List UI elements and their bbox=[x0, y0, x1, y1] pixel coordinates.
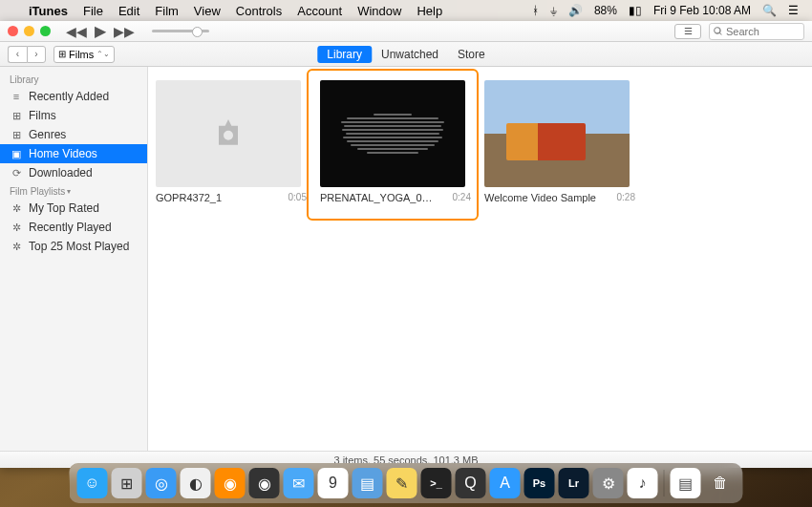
dock-terminal[interactable]: >_ bbox=[421, 468, 452, 498]
video-item[interactable]: GOPR4372_10:05 bbox=[156, 80, 307, 203]
system-menubar: iTunes File Edit Film View Controls Acco… bbox=[0, 0, 812, 21]
sidebar-header-playlists: Film Playlists ▾ bbox=[0, 182, 147, 199]
sidebar-item-genres[interactable]: ⊞Genres bbox=[0, 125, 147, 144]
menu-file[interactable]: File bbox=[75, 4, 111, 18]
rewind-button[interactable]: ◀◀ bbox=[64, 24, 89, 39]
battery-icon[interactable]: ▮▯ bbox=[623, 4, 648, 17]
sidebar-header-library: Library bbox=[0, 71, 147, 87]
minimize-button[interactable] bbox=[24, 26, 34, 36]
dock-firefox[interactable]: ◉ bbox=[215, 468, 246, 498]
sidebar-item-recently-played[interactable]: ✲Recently Played bbox=[0, 218, 147, 237]
sidebar-item-label: Recently Added bbox=[29, 90, 109, 103]
dock-preview[interactable]: ▤ bbox=[353, 468, 383, 498]
sidebar-item-recently-added[interactable]: ≡Recently Added bbox=[0, 87, 147, 106]
video-thumbnail[interactable] bbox=[320, 80, 465, 187]
dock-notes[interactable]: ✎ bbox=[387, 468, 417, 498]
dock-safari[interactable]: ◎ bbox=[146, 468, 177, 498]
clock[interactable]: Fri 9 Feb 10:08 AM bbox=[648, 4, 757, 17]
menu-view[interactable]: View bbox=[186, 4, 228, 18]
gear-icon: ✲ bbox=[10, 202, 23, 215]
battery-percent: 88% bbox=[588, 4, 623, 17]
dock-divider bbox=[664, 470, 665, 496]
menu-film[interactable]: Film bbox=[147, 4, 186, 18]
window-titlebar: ◀◀ ▶ ▶▶ ☰ bbox=[0, 21, 812, 42]
dock-calendar[interactable]: 9 bbox=[318, 468, 349, 498]
sidebar-item-my-top-rated[interactable]: ✲My Top Rated bbox=[0, 199, 147, 218]
sidebar-item-top-25-most-played[interactable]: ✲Top 25 Most Played bbox=[0, 237, 147, 256]
video-duration: 0:05 bbox=[288, 192, 307, 202]
window-traffic-lights bbox=[8, 26, 51, 36]
toolbar: ‹ › ⊞ Films ⌃⌄ Library Unwatched Store bbox=[0, 42, 812, 67]
dock-lightroom[interactable]: Lr bbox=[559, 468, 589, 498]
zoom-button[interactable] bbox=[40, 26, 51, 36]
dock-chrome[interactable]: ◐ bbox=[181, 468, 211, 498]
gear-icon: ✲ bbox=[10, 222, 23, 234]
sidebar-item-label: Home Videos bbox=[29, 147, 97, 160]
sidebar-item-label: Downloaded bbox=[29, 166, 93, 180]
video-title: GOPR4372_1 bbox=[156, 192, 222, 203]
dock-camera[interactable]: ◉ bbox=[249, 468, 280, 498]
sidebar-item-films[interactable]: ⊞Films bbox=[0, 106, 147, 125]
chevron-down-icon: ▾ bbox=[67, 187, 71, 196]
sidebar-item-label: Genres bbox=[29, 128, 66, 141]
close-button[interactable] bbox=[8, 26, 18, 36]
playback-controls: ◀◀ ▶ ▶▶ bbox=[64, 22, 137, 40]
tab-library[interactable]: Library bbox=[317, 46, 372, 63]
play-button[interactable]: ▶ bbox=[93, 22, 108, 40]
sidebar-item-label: Top 25 Most Played bbox=[29, 240, 129, 253]
menu-account[interactable]: Account bbox=[289, 4, 350, 18]
search-field[interactable] bbox=[709, 23, 804, 40]
volume-icon[interactable]: 🔊 bbox=[563, 4, 588, 17]
tab-unwatched[interactable]: Unwatched bbox=[372, 46, 448, 63]
dock-itunes[interactable]: ♪ bbox=[628, 468, 658, 498]
spotlight-icon[interactable]: 🔍 bbox=[757, 4, 782, 17]
sidebar-item-home-videos[interactable]: ▣Home Videos bbox=[0, 144, 147, 163]
dock-quicktime[interactable]: Q bbox=[456, 468, 486, 498]
video-thumbnail[interactable] bbox=[156, 80, 301, 187]
video-item[interactable]: PRENATAL_YOGA_01_Title_010:24 bbox=[320, 80, 471, 203]
dock-document[interactable]: ▤ bbox=[671, 468, 701, 498]
dock-photoshop[interactable]: Ps bbox=[524, 468, 555, 498]
sidebar-item-label: My Top Rated bbox=[29, 201, 99, 215]
dock-finder[interactable]: ☺ bbox=[77, 468, 108, 498]
video-thumbnail[interactable] bbox=[484, 80, 630, 187]
dock-launchpad[interactable]: ⊞ bbox=[112, 468, 142, 498]
sidebar-item-icon: ▣ bbox=[10, 148, 23, 160]
chevron-updown-icon: ⌃⌄ bbox=[96, 50, 110, 58]
wifi-icon[interactable]: ⏚ bbox=[545, 4, 563, 17]
sidebar-item-icon: ≡ bbox=[10, 91, 23, 102]
dock: ☺⊞◎◐◉◉✉9▤✎>_QAPsLr⚙♪▤🗑 bbox=[70, 463, 743, 503]
back-button[interactable]: ‹ bbox=[8, 46, 27, 63]
tab-store[interactable]: Store bbox=[448, 46, 495, 63]
menu-extras-icon[interactable]: ☰ bbox=[782, 4, 804, 17]
video-title: Welcome Video Sample bbox=[484, 192, 596, 203]
dock-trash[interactable]: 🗑 bbox=[705, 468, 736, 498]
menu-edit[interactable]: Edit bbox=[111, 4, 147, 18]
app-menu[interactable]: iTunes bbox=[21, 4, 75, 18]
film-icon: ⊞ bbox=[58, 49, 66, 59]
video-item[interactable]: Welcome Video Sample0:28 bbox=[484, 80, 635, 203]
content-grid: GOPR4372_10:05PRENATAL_YOGA_01_Title_010… bbox=[148, 67, 812, 451]
media-picker[interactable]: ⊞ Films ⌃⌄ bbox=[53, 46, 115, 63]
menu-help[interactable]: Help bbox=[409, 4, 450, 18]
media-picker-label: Films bbox=[69, 49, 94, 60]
search-icon bbox=[714, 27, 723, 36]
sidebar-item-label: Films bbox=[29, 109, 56, 122]
dock-appstore[interactable]: A bbox=[490, 468, 521, 498]
volume-slider[interactable] bbox=[152, 30, 209, 32]
dock-systemprefs[interactable]: ⚙ bbox=[593, 468, 624, 498]
menu-window[interactable]: Window bbox=[350, 4, 409, 18]
sidebar-item-icon: ⊞ bbox=[10, 110, 23, 122]
sidebar-item-icon: ⟳ bbox=[10, 167, 23, 180]
menu-controls[interactable]: Controls bbox=[228, 4, 289, 18]
video-title: PRENATAL_YOGA_01_Title_01 bbox=[320, 192, 435, 203]
sidebar-item-label: Recently Played bbox=[29, 221, 112, 234]
forward-button[interactable]: ▶▶ bbox=[112, 24, 137, 39]
list-view-button[interactable]: ☰ bbox=[674, 24, 701, 39]
sidebar: Library ≡Recently Added⊞Films⊞Genres▣Hom… bbox=[0, 67, 148, 451]
forward-nav-button[interactable]: › bbox=[27, 46, 46, 63]
sidebar-item-downloaded[interactable]: ⟳Downloaded bbox=[0, 163, 147, 182]
bluetooth-icon[interactable]: ᚼ bbox=[526, 4, 545, 17]
search-input[interactable] bbox=[726, 26, 793, 37]
dock-mail[interactable]: ✉ bbox=[284, 468, 314, 498]
